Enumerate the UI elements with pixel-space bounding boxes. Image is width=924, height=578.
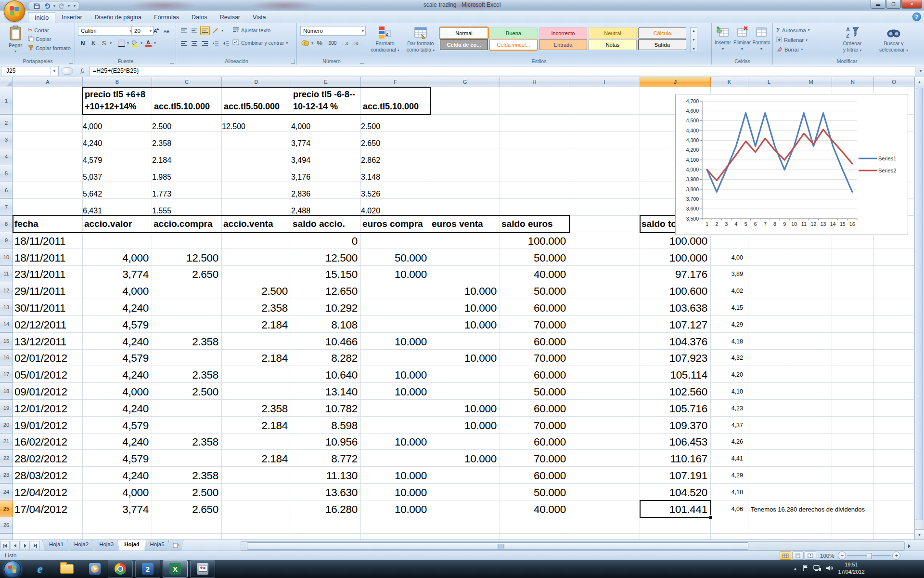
cell-N14[interactable] xyxy=(832,316,874,333)
cell-O25[interactable] xyxy=(874,500,914,517)
cell-E12[interactable]: 12.650 xyxy=(291,282,361,299)
close-button[interactable]: ✕ xyxy=(901,0,922,9)
cell-K14[interactable]: 4,29 xyxy=(711,316,748,333)
cell-M19[interactable] xyxy=(790,400,832,417)
cell-E9[interactable]: 0 xyxy=(291,232,361,249)
first-sheet-icon[interactable] xyxy=(0,541,10,550)
borders-dropdown-icon[interactable]: ▾ xyxy=(127,41,129,45)
increase-decimal-icon[interactable]: ←.00 xyxy=(341,39,350,48)
cell-I23[interactable] xyxy=(569,467,640,484)
cell-B10[interactable]: 4,000 xyxy=(83,249,152,266)
cell-J23[interactable]: 107.191 xyxy=(640,467,711,484)
cell-K22[interactable]: 4,41 xyxy=(711,450,748,467)
cell-M26[interactable] xyxy=(790,517,832,534)
col-header-I[interactable]: I xyxy=(569,77,640,87)
cell-F10[interactable]: 50.000 xyxy=(361,249,430,266)
cell-H7[interactable] xyxy=(500,199,569,216)
cell-G12[interactable]: 10.000 xyxy=(430,282,500,299)
next-sheet-icon[interactable] xyxy=(21,541,30,550)
tab-revisar[interactable]: Revisar xyxy=(214,12,246,23)
cell-C7[interactable]: 1.555 xyxy=(152,199,222,216)
cell-E1[interactable]: precio tl5 -6-8-- 10-12-14 % xyxy=(291,87,361,115)
col-header-M[interactable]: M xyxy=(790,77,832,87)
office-button[interactable] xyxy=(4,0,25,22)
decrease-font-icon[interactable]: A xyxy=(162,26,171,35)
row-header-12[interactable]: 12 xyxy=(0,282,13,299)
cell-N26[interactable] xyxy=(832,517,874,534)
cell-C18[interactable]: 2.500 xyxy=(152,383,222,400)
cell-G26[interactable] xyxy=(430,517,500,534)
cell-B2[interactable]: 4,000 xyxy=(83,115,152,131)
cell-O14[interactable] xyxy=(874,316,914,333)
row-header-26[interactable]: 26 xyxy=(0,517,13,534)
col-header-H[interactable]: H xyxy=(500,77,569,87)
cell-C24[interactable]: 2.500 xyxy=(152,484,222,500)
cell-O26[interactable] xyxy=(874,517,914,534)
cell-F20[interactable] xyxy=(361,417,430,434)
cell-I22[interactable] xyxy=(569,450,640,467)
cell-G18[interactable] xyxy=(430,383,500,400)
cell-D23[interactable] xyxy=(222,467,291,484)
cell-K23[interactable]: 4,29 xyxy=(711,467,748,484)
cell-A5[interactable] xyxy=(13,165,83,182)
cell-K10[interactable]: 4,00 xyxy=(711,249,748,266)
col-header-O[interactable]: O xyxy=(874,77,914,87)
cell-D22[interactable]: 2.184 xyxy=(222,450,291,467)
borders-icon[interactable] xyxy=(116,39,126,48)
cell-A19[interactable]: 12/01/2012 xyxy=(13,400,83,417)
cell-F27[interactable] xyxy=(361,534,430,539)
cell-C13[interactable] xyxy=(152,299,222,316)
cell-M14[interactable] xyxy=(790,316,832,333)
cell-N22[interactable] xyxy=(832,450,874,467)
cell-B7[interactable]: 6,431 xyxy=(83,199,152,216)
insert-worksheet-tab[interactable] xyxy=(168,540,184,551)
cell-A2[interactable] xyxy=(13,115,83,131)
format-as-table-button[interactable]: Dar formato como tabla ▾ xyxy=(404,26,437,53)
cell-N24[interactable] xyxy=(832,484,874,500)
cell-H17[interactable]: 60.000 xyxy=(500,366,569,383)
page-break-view-icon[interactable] xyxy=(805,552,816,560)
cell-O27[interactable] xyxy=(874,534,914,539)
cell-L19[interactable] xyxy=(748,400,790,417)
cell-B14[interactable]: 4,579 xyxy=(83,316,152,333)
cell-A10[interactable]: 18/11/2011 xyxy=(13,249,83,266)
cell-F14[interactable] xyxy=(361,316,430,333)
cell-G16[interactable]: 10.000 xyxy=(430,350,500,367)
delete-cells-button[interactable]: Eliminar▾ xyxy=(732,26,752,52)
cell-E7[interactable]: 2,488 xyxy=(291,199,361,216)
row-header-20[interactable]: 20 xyxy=(0,417,13,434)
cell-H12[interactable]: 50.000 xyxy=(500,282,569,299)
cell-I8[interactable] xyxy=(569,216,640,232)
col-header-D[interactable]: D xyxy=(222,77,291,87)
row-header-14[interactable]: 14 xyxy=(0,316,13,333)
row-header-5[interactable]: 5 xyxy=(0,165,13,182)
cell-E3[interactable]: 3,774 xyxy=(291,131,361,148)
cell-A16[interactable]: 02/01/2012 xyxy=(13,350,83,367)
currency-dropdown-icon[interactable]: ▾ xyxy=(311,41,313,45)
cell-C12[interactable] xyxy=(152,282,222,299)
cell-G24[interactable] xyxy=(430,484,500,500)
cell-A7[interactable] xyxy=(13,199,83,216)
tab-formulas[interactable]: Fórmulas xyxy=(148,12,185,23)
cell-A3[interactable] xyxy=(13,131,83,148)
cell-C5[interactable]: 1.985 xyxy=(152,165,222,182)
cell-E23[interactable]: 11.130 xyxy=(291,467,361,484)
align-bottom-icon[interactable] xyxy=(200,26,210,35)
cell-B27[interactable] xyxy=(83,534,152,539)
cell-H15[interactable]: 60.000 xyxy=(500,333,569,350)
bold-button[interactable]: N xyxy=(78,39,88,48)
cell-M11[interactable] xyxy=(790,266,832,283)
cell-G17[interactable] xyxy=(430,366,500,383)
cell-B12[interactable]: 4,000 xyxy=(83,282,152,299)
fill-color-dropdown-icon[interactable]: ▾ xyxy=(141,41,142,45)
cell-E20[interactable]: 8.598 xyxy=(291,417,361,434)
cell-E8[interactable]: saldo accio. xyxy=(291,216,361,232)
cell-I10[interactable] xyxy=(569,249,640,266)
cell-I26[interactable] xyxy=(569,517,640,534)
cell-F18[interactable]: 10.000 xyxy=(361,383,430,400)
cell-J22[interactable]: 110.167 xyxy=(640,450,711,467)
zoom-slider[interactable] xyxy=(847,552,891,559)
cell-J10[interactable]: 100.000 xyxy=(640,249,711,266)
style-chip-c-lculo[interactable]: Cálculo xyxy=(638,27,686,39)
cell-J26[interactable] xyxy=(640,517,711,534)
